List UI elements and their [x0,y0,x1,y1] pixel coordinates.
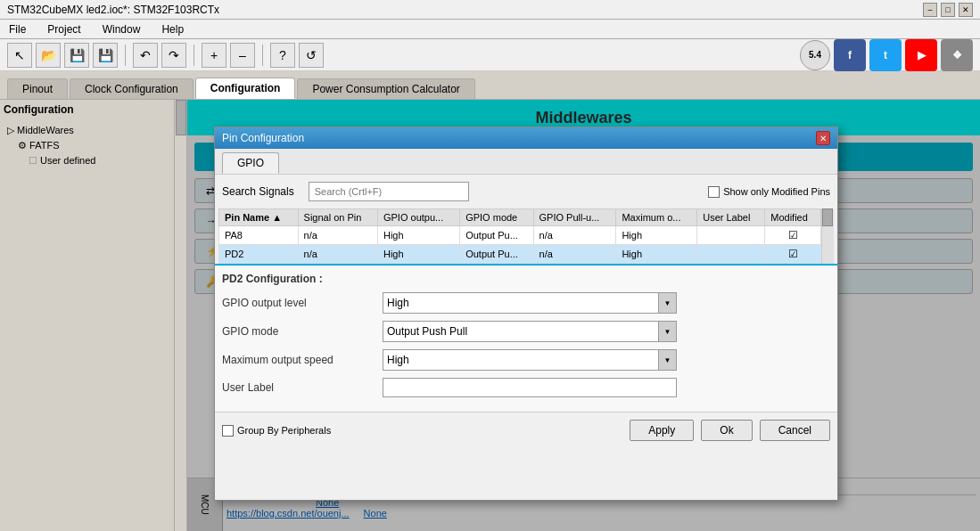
gpio-output-level-label: GPIO output level [222,297,383,309]
toolbar-add[interactable]: + [202,43,226,68]
show-modified-checkbox[interactable] [708,186,720,198]
search-input[interactable] [309,182,469,201]
cell-pull-0: n/a [533,226,616,245]
left-tree: ▷ MiddleWares ⚙ FATFS ☐ User defined [0,119,186,172]
max-output-speed-row: Maximum output speed High ▼ [222,349,830,371]
max-output-speed-select[interactable]: High [383,349,659,371]
toolbar: ↖ 📂 💾 💾 ↶ ↷ + – ? ↺ 5.4 f t ▶ ❖ [0,39,980,71]
social-icons: 5.4 f t ▶ ❖ [800,39,973,71]
toolbar-sep1 [125,45,126,66]
tab-configuration[interactable]: Configuration [195,78,296,99]
menu-bar: File Project Window Help [0,20,980,39]
youtube-button[interactable]: ▶ [905,39,937,71]
toolbar-sep2 [194,45,194,66]
max-output-speed-arrow[interactable]: ▼ [659,349,677,371]
tab-power-consumption[interactable]: Power Consumption Calculator [297,78,474,99]
footer-buttons: Apply Ok Cancel [630,420,830,441]
table-row[interactable]: PA8 n/a High Output Pu... n/a High ☑ [219,226,834,245]
toolbar-saveas[interactable]: 💾 [93,43,118,68]
user-label-row: User Label [222,378,830,397]
cell-label-0 [697,226,765,245]
toolbar-help[interactable]: ? [270,43,295,68]
menu-window[interactable]: Window [97,21,146,37]
cell-mode-0: Output Pu... [460,226,533,245]
col-max-speed[interactable]: Maximum o... [616,209,697,226]
cell-mode-1: Output Pu... [460,245,533,264]
show-modified-checkbox-area[interactable]: Show only Modified Pins [708,186,830,198]
tree-user-defined[interactable]: ☐ User defined [4,153,183,168]
toolbar-forward[interactable]: ↷ [161,43,186,68]
search-label: Search Signals [222,185,294,198]
left-scroll-thumb[interactable] [176,100,186,135]
gpio-mode-select[interactable]: Output Push Pull [383,321,659,342]
table-scrollbar[interactable] [821,208,834,264]
toolbar-pointer[interactable]: ↖ [7,43,32,68]
table-scroll-thumb[interactable] [822,208,833,226]
col-signal[interactable]: Signal on Pin [298,209,377,226]
share-button[interactable]: ❖ [941,39,973,71]
close-button[interactable]: ✕ [959,3,973,17]
col-user-label[interactable]: User Label [697,209,765,226]
minimize-button[interactable]: – [923,3,937,17]
col-gpio-mode[interactable]: GPIO mode [460,209,533,226]
tab-clock-configuration[interactable]: Clock Configuration [70,78,194,99]
dialog-title-bar: Pin Configuration ✕ [215,127,837,149]
cell-signal-1: n/a [298,245,377,264]
col-pin-name[interactable]: Pin Name ▲ [219,209,299,226]
config-form: PD2 Configuration : GPIO output level Hi… [215,264,837,412]
user-label-label: User Label [222,381,383,394]
table-row[interactable]: PD2 n/a High Output Pu... n/a High ☑ [219,245,834,264]
col-gpio-pull[interactable]: GPIO Pull-u... [533,209,616,226]
cell-pin-pd2: PD2 [219,245,299,264]
tab-pinout[interactable]: Pinout [7,78,68,99]
gpio-mode-wrapper: Output Push Pull ▼ [383,321,830,342]
max-output-speed-label: Maximum output speed [222,354,383,366]
gpio-output-level-row: GPIO output level High ▼ [222,292,830,314]
col-modified[interactable]: Modified [765,209,821,226]
user-label-input[interactable] [383,378,677,397]
gpio-output-level-select[interactable]: High [383,292,659,314]
cell-speed-1: High [616,245,697,264]
toolbar-back[interactable]: ↶ [133,43,158,68]
cell-pin-pa8: PA8 [219,226,299,245]
dialog-overlay: Pin Configuration ✕ GPIO Search Signals … [187,100,980,531]
title-bar: STM32CubeMX led2.ioc*: STM32F103RCTx – □… [0,0,980,20]
toolbar-refresh[interactable]: ↺ [299,43,324,68]
tree-fatfs[interactable]: ⚙ FATFS [4,138,183,153]
cell-signal-0: n/a [298,226,377,245]
left-panel: Configuration ▷ MiddleWares ⚙ FATFS ☐ Us… [0,100,187,531]
col-gpio-output[interactable]: GPIO outpu... [377,209,459,226]
show-modified-label: Show only Modified Pins [723,186,830,197]
menu-project[interactable]: Project [42,21,86,37]
version-badge: 5.4 [800,40,830,70]
search-area: Search Signals Show only Modified Pins [215,175,837,208]
right-area: Middlewares System Control ⇄ DMA → GPIO … [187,100,980,531]
main-content: Configuration ▷ MiddleWares ⚙ FATFS ☐ Us… [0,100,980,531]
gpio-tab[interactable]: GPIO [222,152,279,174]
main-tabs: Pinout Clock Configuration Configuration… [0,71,980,100]
maximize-button[interactable]: □ [941,3,955,17]
cancel-button[interactable]: Cancel [760,420,830,441]
toolbar-remove[interactable]: – [230,43,255,68]
gpio-mode-arrow[interactable]: ▼ [659,321,677,342]
menu-file[interactable]: File [4,21,31,37]
menu-help[interactable]: Help [156,21,189,37]
cell-modified-0: ☑ [765,226,821,245]
tree-middlewares[interactable]: ▷ MiddleWares [4,123,183,138]
gpio-output-level-arrow[interactable]: ▼ [659,292,677,314]
facebook-button[interactable]: f [834,39,866,71]
apply-button[interactable]: Apply [630,420,694,441]
dialog-close-button[interactable]: ✕ [816,131,830,145]
group-by-peripherals-area[interactable]: Group By Peripherals [222,425,331,437]
gpio-output-level-wrapper: High ▼ [383,292,830,314]
ok-button[interactable]: Ok [701,420,752,441]
twitter-button[interactable]: t [869,39,902,71]
left-scrollbar[interactable] [174,100,186,531]
toolbar-save[interactable]: 💾 [64,43,89,68]
left-panel-title: Configuration [0,100,186,119]
cell-gpio-out-0: High [377,226,459,245]
group-by-peripherals-checkbox[interactable] [222,425,234,437]
toolbar-open[interactable]: 📂 [36,43,61,68]
window-controls: – □ ✕ [923,3,973,17]
cell-modified-1: ☑ [765,245,821,264]
